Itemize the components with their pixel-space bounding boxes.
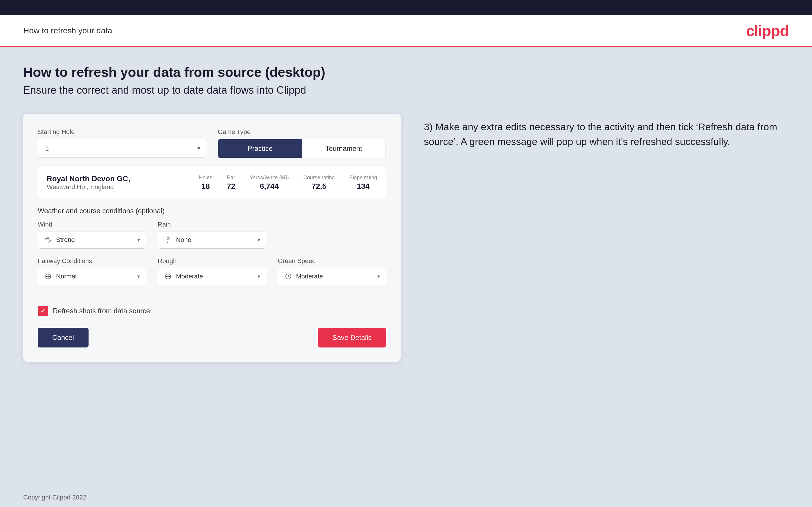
page-subtitle: Ensure the correct and most up to date d… bbox=[23, 84, 789, 96]
course-rating-stat: Course rating 72.5 bbox=[303, 175, 335, 191]
wind-value: Strong bbox=[56, 236, 137, 244]
wind-select[interactable]: Strong ▾ bbox=[38, 231, 146, 248]
main-content: How to refresh your data from source (de… bbox=[0, 47, 812, 488]
save-button[interactable]: Save Details bbox=[318, 328, 386, 347]
checkmark-icon: ✓ bbox=[40, 307, 46, 315]
refresh-checkbox[interactable]: ✓ bbox=[38, 306, 48, 316]
surface-row: Fairway Conditions Normal ▾ bbox=[38, 257, 386, 285]
game-type-label: Game Type bbox=[218, 128, 386, 136]
rough-group: Rough Moderate ▾ bbox=[158, 257, 266, 285]
logo: clippd bbox=[746, 22, 789, 40]
slope-rating-label: Slope rating bbox=[349, 175, 377, 181]
page-title: How to refresh your data from source (de… bbox=[23, 64, 789, 80]
rough-select[interactable]: Moderate ▾ bbox=[158, 268, 266, 285]
rain-chevron-icon: ▾ bbox=[257, 237, 260, 243]
top-form-row: Starting Hole 1 Game Type Practice Tourn… bbox=[38, 128, 386, 158]
tournament-button[interactable]: Tournament bbox=[302, 139, 386, 158]
instruction-text: 3) Make any extra edits necessary to the… bbox=[424, 119, 789, 149]
wind-group: Wind Strong ▾ bbox=[38, 221, 146, 248]
par-stat: Par 72 bbox=[227, 175, 235, 191]
form-card: Starting Hole 1 Game Type Practice Tourn… bbox=[23, 114, 401, 362]
practice-button[interactable]: Practice bbox=[218, 139, 302, 158]
course-rating-label: Course rating bbox=[303, 175, 335, 181]
green-speed-group: Green Speed Moderate ▾ bbox=[278, 257, 386, 285]
yards-value: 6,744 bbox=[260, 182, 279, 191]
content-row: Starting Hole 1 Game Type Practice Tourn… bbox=[23, 114, 789, 362]
starting-hole-select[interactable]: 1 bbox=[38, 138, 206, 158]
footer-text: Copyright Clippd 2022 bbox=[23, 494, 87, 501]
rough-icon bbox=[164, 272, 172, 281]
starting-hole-label: Starting Hole bbox=[38, 128, 206, 136]
starting-hole-select-wrapper[interactable]: 1 bbox=[38, 138, 206, 158]
weather-row: Wind Strong ▾ bbox=[38, 221, 386, 248]
svg-point-0 bbox=[167, 237, 169, 240]
wind-chevron-icon: ▾ bbox=[137, 237, 140, 243]
rough-value: Moderate bbox=[176, 273, 257, 280]
wind-label: Wind bbox=[38, 221, 146, 228]
fairway-chevron-icon: ▾ bbox=[137, 273, 140, 280]
rain-value: None bbox=[176, 236, 257, 244]
fairway-icon bbox=[44, 272, 53, 281]
fairway-select[interactable]: Normal ▾ bbox=[38, 268, 146, 285]
refresh-row: ✓ Refresh shots from data source bbox=[38, 306, 386, 316]
holes-stat: Holes 18 bbox=[199, 175, 212, 191]
rough-chevron-icon: ▾ bbox=[257, 273, 260, 280]
par-label: Par bbox=[227, 175, 235, 181]
course-info-box: Royal North Devon GC, Westward Ho!, Engl… bbox=[38, 167, 386, 198]
fairway-value: Normal bbox=[56, 273, 137, 280]
rain-icon bbox=[164, 235, 172, 244]
course-rating-value: 72.5 bbox=[312, 182, 326, 191]
fairway-label: Fairway Conditions bbox=[38, 257, 146, 265]
holes-value: 18 bbox=[201, 182, 210, 191]
course-name-block: Royal North Devon GC, Westward Ho!, Engl… bbox=[47, 174, 187, 191]
breadcrumb: How to refresh your data bbox=[23, 26, 112, 36]
starting-hole-group: Starting Hole 1 bbox=[38, 128, 206, 158]
holes-label: Holes bbox=[199, 175, 212, 181]
divider bbox=[38, 297, 386, 297]
par-value: 72 bbox=[227, 182, 235, 191]
green-speed-select[interactable]: Moderate ▾ bbox=[278, 268, 386, 285]
rain-label: Rain bbox=[158, 221, 266, 228]
conditions-section: Weather and course conditions (optional)… bbox=[38, 207, 386, 285]
game-type-toggle: Practice Tournament bbox=[218, 138, 386, 158]
rain-group: Rain None ▾ bbox=[158, 221, 266, 248]
yards-stat: Yards/White (M)) 6,744 bbox=[250, 175, 289, 191]
green-speed-label: Green Speed bbox=[278, 257, 386, 265]
course-location: Westward Ho!, England bbox=[47, 183, 187, 191]
game-type-group: Game Type Practice Tournament bbox=[218, 128, 386, 158]
header: How to refresh your data clippd bbox=[0, 15, 812, 47]
slope-rating-stat: Slope rating 134 bbox=[349, 175, 377, 191]
instruction-panel: 3) Make any extra edits necessary to the… bbox=[424, 114, 789, 149]
wind-icon bbox=[44, 235, 53, 244]
rough-label: Rough bbox=[158, 257, 266, 265]
footer: Copyright Clippd 2022 bbox=[0, 488, 812, 507]
course-stats: Holes 18 Par 72 Yards/White (M)) 6,744 C… bbox=[199, 175, 377, 191]
yards-label: Yards/White (M)) bbox=[250, 175, 289, 181]
top-bar bbox=[0, 0, 812, 15]
cancel-button[interactable]: Cancel bbox=[38, 328, 89, 347]
conditions-label: Weather and course conditions (optional) bbox=[38, 207, 386, 215]
slope-rating-value: 134 bbox=[357, 182, 369, 191]
fairway-group: Fairway Conditions Normal ▾ bbox=[38, 257, 146, 285]
green-speed-value: Moderate bbox=[296, 273, 377, 280]
green-speed-icon bbox=[284, 272, 293, 281]
rain-select[interactable]: None ▾ bbox=[158, 231, 266, 248]
refresh-label: Refresh shots from data source bbox=[53, 307, 150, 315]
green-speed-chevron-icon: ▾ bbox=[377, 273, 380, 280]
course-name: Royal North Devon GC, bbox=[47, 174, 187, 183]
button-row: Cancel Save Details bbox=[38, 328, 386, 347]
